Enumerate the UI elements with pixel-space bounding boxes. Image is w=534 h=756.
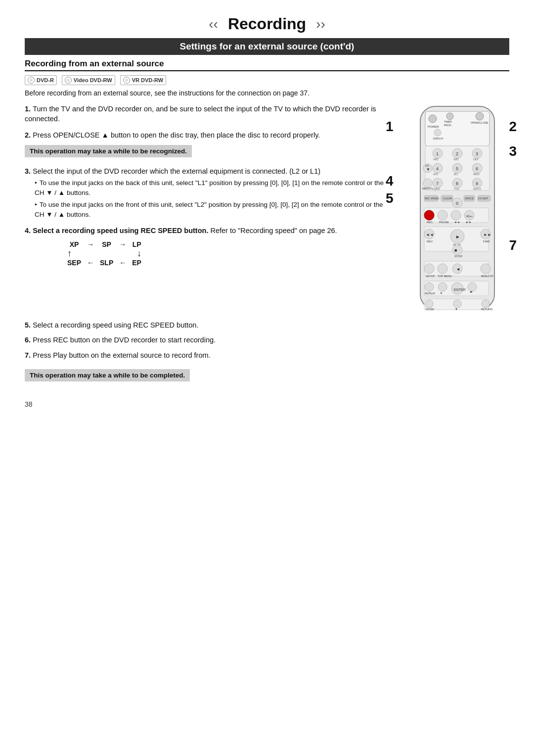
step-5-label: Select a recording speed using REC SPEED… bbox=[33, 321, 198, 329]
svg-text:5: 5 bbox=[456, 166, 458, 171]
svg-point-74 bbox=[452, 245, 462, 255]
page-title: Recording bbox=[228, 15, 306, 33]
step-5-text: 5. Select a recording speed using REC SP… bbox=[25, 320, 509, 330]
svg-text:3: 3 bbox=[476, 151, 478, 156]
svg-text:DEF: DEF bbox=[473, 158, 479, 161]
svg-text:◄◄: ◄◄ bbox=[454, 221, 460, 224]
svg-text:STOP: STOP bbox=[454, 255, 462, 258]
step-6-label: Press REC button on the DVD recorder to … bbox=[33, 336, 216, 344]
svg-text:4: 4 bbox=[436, 166, 439, 171]
disc-icon-dvdrw-vr bbox=[123, 77, 130, 84]
svg-text:◄◄: ◄◄ bbox=[426, 233, 434, 237]
step-4-text: 4. Select a recording speed using REC SP… bbox=[25, 226, 391, 236]
svg-text:7: 7 bbox=[436, 181, 439, 186]
disc-icon-dvdr bbox=[28, 77, 35, 84]
section-header: Settings for an external source (cont'd) bbox=[25, 38, 509, 55]
svg-text:CH SKIP: CH SKIP bbox=[478, 197, 489, 200]
svg-point-100 bbox=[482, 300, 490, 308]
svg-text:PQRS: PQRS bbox=[432, 188, 440, 190]
svg-text:►: ► bbox=[455, 234, 460, 239]
svg-text:90s+: 90s+ bbox=[466, 215, 473, 218]
disc-badges-row: DVD-R Video DVD-RW VR DVD-RW bbox=[25, 75, 509, 85]
svg-text:▼: ▼ bbox=[426, 167, 430, 172]
disc-badge-dvdrw-vr: VR DVD-RW bbox=[120, 75, 166, 85]
step-1: 1. Turn the TV and the DVD recorder on, … bbox=[25, 104, 391, 124]
svg-point-96 bbox=[425, 300, 433, 308]
disc-badge-dvdr: DVD-R bbox=[25, 75, 57, 85]
disc-icon-dvdrw-video bbox=[65, 77, 72, 84]
svg-text:8: 8 bbox=[456, 181, 458, 186]
step-7: 7. Press Play button on the external sou… bbox=[25, 350, 509, 360]
svg-text:SPACE: SPACE bbox=[465, 197, 474, 200]
svg-text:TUV: TUV bbox=[454, 188, 459, 190]
step-2: 2. Press OPEN/CLOSE ▲ button to open the… bbox=[25, 130, 391, 160]
svg-point-80 bbox=[438, 264, 447, 274]
svg-text:■: ■ bbox=[454, 248, 457, 253]
remote-step-num-1: 1 bbox=[386, 119, 394, 135]
step-3: 3. Select the input of the DVD recorder … bbox=[25, 166, 391, 220]
svg-text:TIMER: TIMER bbox=[444, 120, 452, 123]
svg-point-78 bbox=[424, 264, 434, 274]
step-3-bullets: To use the input jacks on the back of th… bbox=[35, 178, 391, 220]
svg-point-57 bbox=[438, 210, 447, 220]
remote-wrapper: 1 2 3 4 5 7 POWER TIMER PROG. bbox=[400, 104, 509, 313]
svg-text:POWER: POWER bbox=[428, 125, 439, 128]
speed-diagram: XP → SP → LP ↑ ↓ SEP ← SLP ← bbox=[64, 240, 144, 267]
svg-text:ENTER: ENTER bbox=[454, 288, 466, 291]
speed-arrow-sp-lp: → bbox=[116, 240, 129, 248]
step-2-label: Press OPEN/CLOSE ▲ button to open the di… bbox=[33, 131, 320, 139]
step-3-text: 3. Select the input of the DVD recorder … bbox=[25, 166, 391, 176]
speed-ep: EP bbox=[129, 259, 144, 267]
svg-text:REV: REV bbox=[427, 240, 433, 243]
remote-control-image: POWER TIMER PROG. OPEN/CLOSE DISPLAY bbox=[410, 104, 504, 312]
svg-point-89 bbox=[438, 283, 447, 291]
svg-text:TOP MENU: TOP MENU bbox=[438, 275, 452, 278]
remote-step-num-7: 7 bbox=[509, 237, 517, 253]
svg-point-84 bbox=[481, 264, 490, 274]
svg-text:MENULIST: MENULIST bbox=[481, 275, 493, 278]
svg-text:PROG.: PROG. bbox=[444, 124, 452, 127]
speed-down-arrow: ↓ bbox=[129, 248, 144, 259]
note-box-2: This operation may take a while to be co… bbox=[25, 369, 190, 381]
remote-step-num-4: 4 bbox=[386, 173, 394, 189]
svg-point-9 bbox=[434, 129, 441, 136]
svg-text:◄: ◄ bbox=[456, 267, 460, 272]
svg-text:JKL: JKL bbox=[453, 173, 458, 176]
step-4: 4. Select a recording speed using REC SP… bbox=[25, 226, 391, 267]
speed-xp: XP bbox=[64, 240, 84, 248]
svg-text:GHI: GHI bbox=[433, 173, 438, 176]
remote-column: 1 2 3 4 5 7 POWER TIMER PROG. bbox=[400, 104, 509, 313]
speed-arrow-xp-sp: → bbox=[84, 240, 97, 248]
step-3-bullet-2: To use the input jacks on the front of t… bbox=[35, 200, 391, 220]
step-1-label: Turn the TV and the DVD recorder on, and… bbox=[25, 105, 376, 123]
step-7-label: Press Play button on the external source… bbox=[33, 351, 210, 359]
svg-text:CLEAR: CLEAR bbox=[443, 197, 452, 200]
svg-point-33 bbox=[423, 179, 432, 188]
svg-text:PAUSE: PAUSE bbox=[439, 221, 449, 224]
svg-text:ABC: ABC bbox=[433, 158, 439, 161]
speed-sep: SEP bbox=[64, 259, 84, 267]
sub-section-header: Recording from an external source bbox=[25, 59, 509, 71]
speed-lp: LP bbox=[129, 240, 144, 248]
svg-text:ZOOM: ZOOM bbox=[426, 308, 434, 311]
speed-arrow-slp-ep: ← bbox=[116, 259, 129, 267]
svg-point-87 bbox=[425, 283, 434, 291]
step-5: 5. Select a recording speed using REC SP… bbox=[25, 320, 509, 330]
svg-point-55 bbox=[424, 210, 434, 220]
step-3-label: Select the input of the DVD recorder whi… bbox=[33, 167, 320, 175]
svg-text:►►: ►► bbox=[484, 233, 491, 237]
svg-text:WXYZ: WXYZ bbox=[473, 188, 482, 190]
svg-text:9: 9 bbox=[476, 181, 478, 186]
svg-point-7 bbox=[476, 112, 484, 120]
page-number: 38 bbox=[25, 400, 509, 408]
remote-step-num-5: 5 bbox=[386, 190, 394, 206]
instructions-column: 1. Turn the TV and the DVD recorder on, … bbox=[25, 104, 391, 313]
svg-point-98 bbox=[453, 300, 461, 308]
svg-text:REC: REC bbox=[427, 221, 433, 224]
step-4-label: Select a recording speed using REC SPEED… bbox=[33, 227, 208, 235]
svg-text:DISPLAY: DISPLAY bbox=[433, 137, 444, 140]
speed-up-arrow: ↑ bbox=[64, 248, 84, 259]
speed-slp: SLP bbox=[97, 259, 116, 267]
remote-step-num-2: 2 bbox=[509, 119, 517, 135]
step-7-text: 7. Press Play button on the external sou… bbox=[25, 350, 509, 360]
